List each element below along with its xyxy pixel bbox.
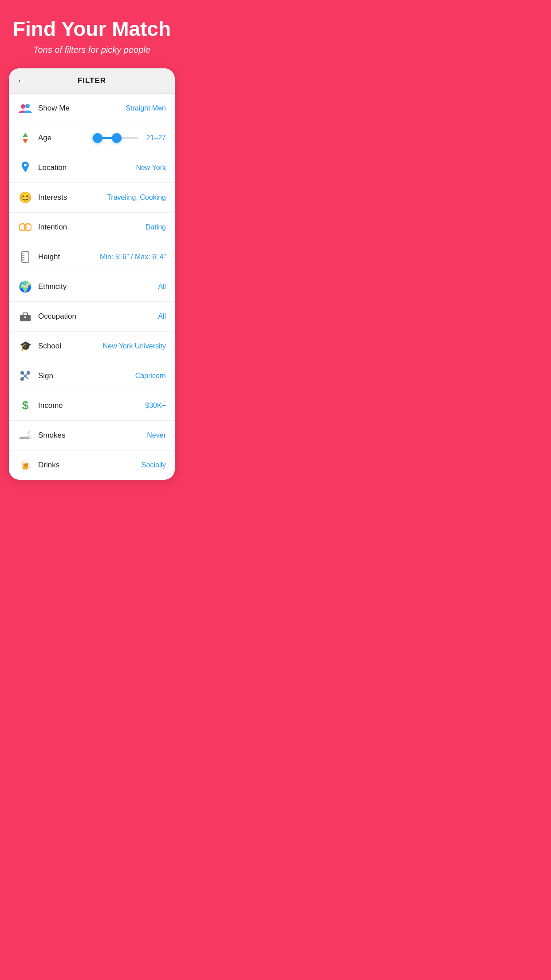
smokes-value: Never: [147, 431, 166, 439]
hero-subtitle: Tons of filters for picky people: [33, 45, 150, 55]
ethnicity-icon: 🌍: [18, 279, 33, 294]
occupation-value: All: [158, 312, 166, 320]
drinks-icon: 🍺: [18, 458, 33, 473]
card-header: ← FILTER: [9, 68, 175, 94]
slider-thumb-max[interactable]: [112, 133, 122, 143]
svg-marker-2: [23, 133, 28, 137]
filter-item-interests[interactable]: 😊 Interests Traveling, Cooking: [9, 183, 175, 213]
svg-rect-14: [23, 313, 28, 315]
filter-item-sign[interactable]: Sign Capricorn: [9, 361, 175, 391]
show-me-value: Straight Men: [126, 104, 166, 112]
interests-icon: 😊: [18, 190, 33, 205]
smokes-label: Smokes: [38, 431, 147, 440]
filter-item-smokes[interactable]: Smokes Never: [9, 421, 175, 450]
income-icon: $: [18, 398, 33, 413]
smokes-icon: [18, 428, 33, 443]
height-value: Min: 5′ 6″ / Max: 6′ 4″: [100, 253, 166, 261]
svg-point-1: [25, 104, 30, 108]
age-slider[interactable]: [91, 137, 138, 139]
age-label: Age: [38, 134, 86, 142]
hero-title: Find Your Match: [13, 18, 171, 40]
sign-value: Capricorn: [135, 372, 166, 380]
svg-rect-15: [24, 316, 26, 318]
occupation-icon: [18, 309, 33, 324]
intention-value: Dating: [146, 223, 166, 231]
drinks-value: Socially: [142, 461, 166, 469]
filter-item-intention[interactable]: Intention Dating: [9, 213, 175, 242]
filter-item-show-me[interactable]: Show Me Straight Men: [9, 94, 175, 123]
people-icon: [18, 101, 33, 116]
slider-thumb-min[interactable]: [93, 133, 102, 143]
svg-point-0: [21, 104, 25, 109]
filter-item-drinks[interactable]: 🍺 Drinks Socially: [9, 450, 175, 480]
age-value: 21–27: [146, 134, 166, 142]
height-label: Height: [38, 253, 100, 261]
filter-item-age[interactable]: Age 21–27: [9, 123, 175, 153]
ethnicity-label: Ethnicity: [38, 282, 158, 291]
filter-list: Show Me Straight Men Age 21–27: [9, 94, 175, 480]
intention-icon: [18, 220, 33, 235]
filter-item-occupation[interactable]: Occupation All: [9, 302, 175, 332]
ethnicity-value: All: [158, 283, 166, 291]
svg-point-4: [24, 164, 27, 166]
filter-item-school[interactable]: 🎓 School New York University: [9, 332, 175, 361]
back-button[interactable]: ←: [17, 75, 27, 87]
location-label: Location: [38, 163, 136, 172]
filter-item-height[interactable]: Height Min: 5′ 6″ / Max: 6′ 4″: [9, 242, 175, 272]
drinks-label: Drinks: [38, 461, 142, 470]
filter-title: FILTER: [78, 76, 106, 85]
show-me-label: Show Me: [38, 104, 126, 113]
school-label: School: [38, 342, 103, 351]
height-icon: [18, 249, 33, 265]
sign-icon: [18, 368, 33, 383]
filter-item-ethnicity[interactable]: 🌍 Ethnicity All: [9, 272, 175, 302]
filter-card: ← FILTER Show Me Straight Men: [9, 68, 175, 480]
income-label: Income: [38, 401, 145, 410]
sign-label: Sign: [38, 371, 135, 380]
occupation-label: Occupation: [38, 312, 158, 321]
filter-item-income[interactable]: $ Income $30K+: [9, 391, 175, 421]
filter-item-location[interactable]: Location New York: [9, 153, 175, 183]
school-value: New York University: [103, 342, 166, 350]
interests-label: Interests: [38, 193, 107, 202]
location-value: New York: [136, 164, 166, 172]
school-icon: 🎓: [18, 339, 33, 354]
location-icon: [18, 160, 33, 175]
svg-point-6: [24, 224, 31, 231]
age-icon: [18, 130, 33, 146]
svg-marker-3: [23, 139, 28, 143]
interests-value: Traveling, Cooking: [107, 194, 166, 202]
slider-track: [91, 137, 138, 139]
intention-label: Intention: [38, 223, 146, 232]
income-value: $30K+: [145, 402, 166, 410]
